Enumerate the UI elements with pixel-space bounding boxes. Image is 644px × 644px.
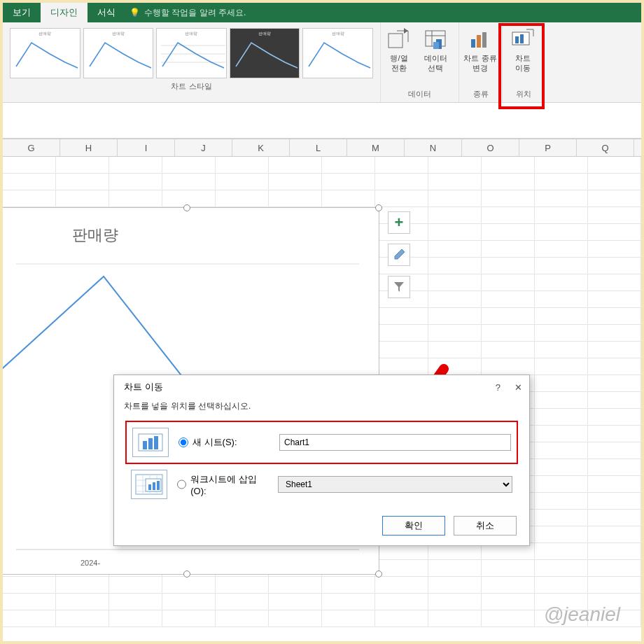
group-type: 차트 종류 변경 종류 (459, 22, 503, 102)
svg-rect-29 (148, 484, 151, 490)
ribbon-body: 판매량 판매량 판매량 판매량 판매량 (3, 22, 641, 103)
plus-icon: + (395, 214, 404, 232)
select-data-button[interactable]: 데이터 선택 (417, 22, 454, 88)
chart-x-axis-fragment: 2024- (80, 559, 100, 567)
move-chart-dialog: 차트 이동 ? ✕ 차트를 넣을 위치를 선택하십시오. 새 시트(S): (113, 374, 530, 546)
group-chart-styles: 판매량 판매량 판매량 판매량 판매량 (3, 22, 381, 102)
chart-line-icon (307, 38, 372, 74)
chart-line-icon (161, 38, 225, 74)
svg-rect-20 (154, 436, 158, 449)
svg-rect-18 (143, 441, 147, 449)
select-data-icon (424, 27, 447, 50)
ribbon-tab-strip: 보기 디자인 서식 💡 수행할 작업을 알려 주세요. (3, 3, 641, 22)
group-label-data: 데이터 (381, 88, 458, 102)
svg-rect-10 (477, 35, 481, 48)
object-in-icon (131, 470, 167, 499)
svg-rect-3 (388, 34, 402, 48)
column-headers: GHIJKLMNOPQ (3, 139, 641, 157)
svg-rect-8 (433, 42, 439, 49)
column-header[interactable]: L (290, 139, 347, 156)
chart-style-gallery: 판매량 판매량 판매량 판매량 판매량 (3, 22, 380, 80)
chart-line-icon (15, 38, 79, 74)
chart-styles-button[interactable] (388, 244, 410, 266)
chart-title[interactable]: 판매량 (0, 208, 379, 246)
change-chart-type-button[interactable]: 차트 종류 변경 (459, 22, 501, 88)
column-header[interactable]: G (3, 139, 60, 156)
option-new-sheet-row: 새 시트(S): (125, 421, 518, 464)
dialog-titlebar: 차트 이동 ? ✕ (114, 375, 529, 398)
brush-icon (392, 248, 406, 262)
column-header[interactable]: H (60, 139, 118, 156)
radio-new-sheet-input[interactable] (178, 438, 188, 447)
cancel-button[interactable]: 취소 (454, 516, 517, 536)
column-header[interactable]: M (347, 139, 405, 156)
chart-style-1[interactable]: 판매량 (10, 28, 80, 78)
object-in-sheet-select[interactable]: Sheet1 (278, 476, 512, 493)
column-header[interactable]: Q (577, 139, 634, 156)
chart-elements-button[interactable]: + (388, 211, 410, 234)
chart-style-3[interactable]: 판매량 (156, 28, 227, 78)
column-header[interactable]: I (118, 139, 175, 156)
column-header[interactable]: K (232, 139, 290, 156)
radio-object-in[interactable]: 워크시트에 삽입(O): (177, 473, 268, 496)
column-header[interactable]: P (519, 139, 577, 156)
radio-object-in-input[interactable] (177, 479, 186, 489)
chart-line-icon (88, 38, 153, 74)
option-object-in-row: 워크시트에 삽입(O): Sheet1 (125, 464, 518, 505)
switch-row-col-icon (387, 27, 411, 50)
svg-rect-9 (471, 39, 475, 48)
new-sheet-icon (132, 428, 169, 457)
radio-new-sheet[interactable]: 새 시트(S): (178, 436, 270, 449)
column-header[interactable]: O (462, 139, 519, 156)
chart-resize-handle-bottom[interactable] (183, 570, 190, 578)
column-header[interactable]: J (175, 139, 232, 156)
lightbulb-icon: 💡 (130, 8, 140, 18)
column-header[interactable]: N (405, 139, 462, 156)
tell-me-box[interactable]: 💡 수행할 작업을 알려 주세요. (130, 7, 246, 19)
svg-rect-31 (157, 481, 160, 490)
watermark: @jeaniel (544, 603, 620, 626)
chart-resize-handle-br[interactable] (375, 570, 382, 578)
dialog-close-button[interactable]: ✕ (514, 382, 522, 393)
group-data: 행/열 전환 데이터 선택 데이터 (381, 22, 459, 102)
chart-line-icon (234, 38, 299, 74)
svg-rect-11 (482, 32, 486, 48)
change-type-icon (468, 27, 492, 50)
tab-format[interactable]: 서식 (88, 3, 125, 22)
ok-button[interactable]: 확인 (382, 516, 445, 536)
group-label-type: 종류 (459, 88, 502, 102)
tab-design[interactable]: 디자인 (41, 3, 88, 22)
group-label-styles: 차트 스타일 (3, 80, 380, 94)
new-sheet-name-input[interactable] (279, 434, 511, 451)
chart-style-4[interactable]: 판매량 (230, 28, 300, 78)
svg-rect-19 (148, 438, 153, 449)
chart-side-tools: + (388, 211, 410, 298)
chart-resize-handle-top[interactable] (183, 204, 190, 211)
svg-rect-30 (153, 482, 155, 490)
chart-style-5[interactable]: 판매량 (302, 28, 373, 78)
chart-resize-handle-tr[interactable] (375, 204, 382, 211)
funnel-icon (393, 281, 405, 293)
chart-style-2[interactable]: 판매량 (83, 28, 154, 78)
tell-me-text: 수행할 작업을 알려 주세요. (144, 7, 246, 19)
switch-row-column-button[interactable]: 행/열 전환 (381, 22, 417, 88)
highlight-move-chart (498, 23, 545, 109)
chart-filter-button[interactable] (388, 276, 410, 298)
dialog-title-text: 차트 이동 (124, 381, 163, 393)
tab-view[interactable]: 보기 (3, 3, 41, 22)
dialog-instruction: 차트를 넣을 위치를 선택하십시오. (114, 398, 529, 418)
dialog-help-button[interactable]: ? (496, 382, 500, 393)
